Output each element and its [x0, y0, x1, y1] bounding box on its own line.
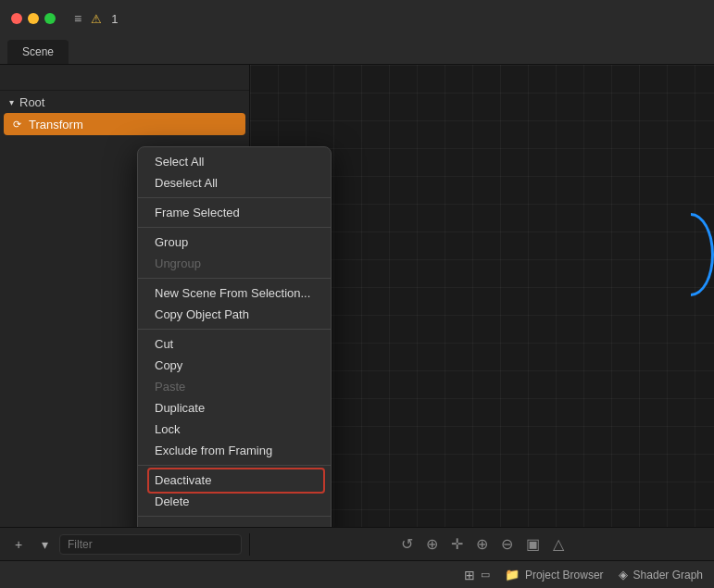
panel-bottom-toolbar: + ▾	[0, 533, 250, 556]
status-panel-left: ⊞ ▭	[464, 568, 490, 582]
zoom-out-icon[interactable]: ⊖	[499, 533, 515, 555]
menu-item-deselect-all[interactable]: Deselect All	[138, 172, 331, 194]
list-icon: ≡	[74, 11, 81, 26]
status-shader-graph[interactable]: ◈ Shader Graph	[619, 568, 703, 582]
tree-root-label: Root	[19, 95, 44, 109]
close-button[interactable]	[11, 13, 22, 24]
minimize-button[interactable]	[28, 13, 39, 24]
focus-icon[interactable]: ⊕	[474, 533, 490, 555]
viewport-toolbar: ↺ ⊕ ✛ ⊕ ⊖ ▣ △	[250, 533, 714, 555]
menu-item-remove-overrides: Remove Overrides	[138, 520, 331, 527]
content-area: ▾ Root ⟳ Transform Select All Deselect A…	[0, 65, 714, 527]
panel-left-label-1: ▭	[481, 569, 490, 581]
panel-header	[0, 65, 249, 91]
menu-item-new-scene[interactable]: New Scene From Selection...	[138, 282, 331, 304]
transform-icon: ⟳	[13, 119, 21, 131]
status-bar: ⊞ ▭ 📁 Project Browser ◈ Shader Graph	[0, 560, 714, 588]
add-button[interactable]: +	[7, 533, 30, 556]
menu-item-frame-selected[interactable]: Frame Selected	[138, 202, 331, 223]
tree-item-label: Transform	[29, 118, 83, 131]
menu-item-cut[interactable]: Cut	[138, 333, 331, 355]
menu-item-lock[interactable]: Lock	[138, 419, 331, 440]
menu-item-deactivate[interactable]: Deactivate	[138, 469, 331, 491]
menu-item-exclude-framing[interactable]: Exclude from Framing	[138, 440, 331, 461]
context-menu: Select All Deselect All Frame Selected G…	[137, 146, 332, 527]
menu-item-select-all[interactable]: Select All	[138, 151, 331, 172]
menu-separator-1	[138, 197, 331, 198]
maximize-button[interactable]	[44, 13, 56, 24]
chevron-icon: ▾	[9, 97, 14, 107]
panel-left-icon: ⊞	[464, 568, 475, 582]
triangle-icon[interactable]: △	[551, 533, 566, 555]
shader-graph-icon: ◈	[619, 568, 628, 582]
menu-separator-6	[138, 516, 331, 517]
menu-item-duplicate[interactable]: Duplicate	[138, 397, 331, 419]
warning-icon: ⚠	[91, 12, 102, 26]
menu-separator-3	[138, 278, 331, 279]
menu-item-delete[interactable]: Delete	[138, 491, 331, 512]
project-browser-icon: 📁	[505, 568, 520, 582]
shader-graph-label: Shader Graph	[633, 569, 703, 582]
tabs-bar: Scene	[0, 37, 714, 65]
search-input[interactable]	[59, 534, 242, 555]
move-icon[interactable]: ✛	[449, 533, 465, 555]
rotate-icon[interactable]: ↺	[399, 533, 415, 555]
main-layout: Scene ▾ Root ⟳ Transform Select All Dese…	[0, 37, 714, 588]
tree-item-root[interactable]: ▾ Root	[0, 91, 249, 113]
frame-icon[interactable]: ▣	[524, 533, 542, 555]
add-scene-icon[interactable]: ⊕	[424, 533, 440, 555]
left-panel: ▾ Root ⟳ Transform Select All Deselect A…	[0, 65, 250, 527]
menu-item-paste: Paste	[138, 376, 331, 397]
menu-item-copy-path[interactable]: Copy Object Path	[138, 304, 331, 325]
project-browser-label: Project Browser	[525, 569, 604, 582]
status-project-browser[interactable]: 📁 Project Browser	[505, 568, 604, 582]
menu-item-group[interactable]: Group	[138, 231, 331, 253]
menu-separator-5	[138, 465, 331, 466]
title-bar: ≡ ⚠ 1	[0, 0, 714, 37]
menu-separator-2	[138, 227, 331, 228]
title-number: 1	[111, 12, 118, 26]
menu-item-copy[interactable]: Copy	[138, 355, 331, 376]
tree-item-transform[interactable]: ⟳ Transform	[4, 113, 245, 135]
menu-separator-4	[138, 329, 331, 330]
dropdown-button[interactable]: ▾	[33, 533, 56, 556]
traffic-lights	[11, 13, 56, 24]
title-bar-icons: ≡ ⚠ 1	[74, 11, 118, 26]
tab-scene[interactable]: Scene	[7, 40, 69, 64]
menu-item-ungroup: Ungroup	[138, 253, 331, 274]
